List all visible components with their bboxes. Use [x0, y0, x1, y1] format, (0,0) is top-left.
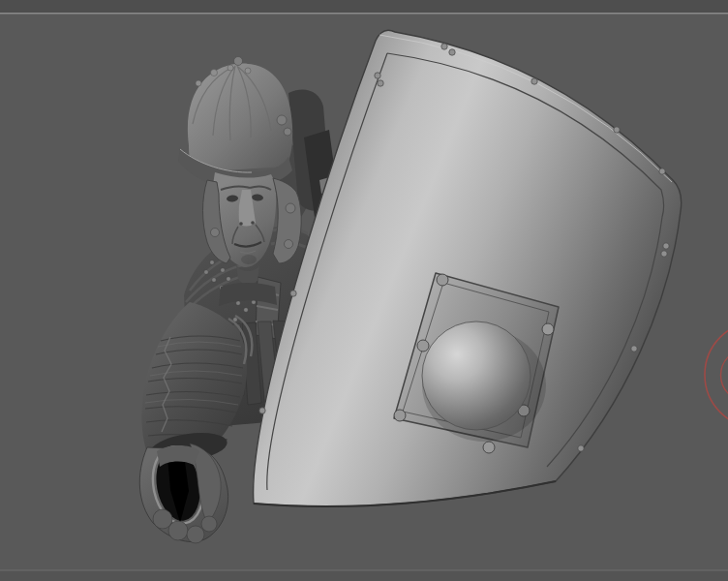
top-bar — [0, 0, 728, 13]
helmet-bump — [196, 80, 201, 86]
strap-stud — [236, 301, 241, 306]
rim-rivet — [578, 445, 584, 451]
strap-stud — [210, 260, 215, 265]
helmet-bump — [245, 68, 251, 74]
rim-rivet — [631, 346, 637, 352]
crest-knob — [234, 57, 243, 66]
cheek-rosette — [211, 229, 220, 237]
rim-rivet — [290, 290, 296, 296]
boss-umbo — [422, 321, 531, 430]
app-window — [0, 0, 728, 581]
cheek-rosette — [285, 240, 293, 249]
cheek-rosette — [286, 203, 295, 213]
plate-rivet — [417, 340, 429, 352]
strap-stud — [221, 268, 226, 273]
rim-rivet — [614, 127, 620, 133]
helmet-bump — [228, 65, 233, 71]
rim-rivet — [663, 243, 669, 249]
helmet-rosette — [277, 115, 287, 125]
helmet-bump — [211, 70, 218, 76]
strap-stud — [227, 277, 231, 282]
plate-rivet — [483, 442, 495, 453]
plate-rivet — [394, 410, 406, 421]
sculpt-viewport[interactable] — [0, 0, 728, 581]
knuckle — [187, 526, 204, 543]
strap-stud — [244, 308, 249, 313]
knuckle — [201, 516, 217, 532]
rim-rivet — [259, 408, 265, 413]
knuckle — [168, 521, 188, 540]
rim-rivet — [659, 168, 665, 174]
bottom-bar — [0, 571, 728, 581]
nostril — [251, 221, 255, 225]
strap-stud — [212, 278, 217, 283]
rim-rivet — [531, 78, 537, 84]
plate-rivet — [542, 323, 554, 335]
rim-rivet — [378, 80, 383, 86]
rim-rivet — [661, 251, 667, 257]
plate-rivet — [437, 274, 448, 286]
rim-rivet — [375, 73, 380, 78]
chin-shadow — [241, 255, 257, 264]
rim-rivet — [441, 44, 447, 49]
helmet-rosette — [284, 128, 291, 136]
nostril — [239, 222, 243, 226]
rim-rivet — [449, 49, 455, 55]
bottom-bar-divider — [0, 570, 728, 571]
strap-stud — [204, 270, 209, 275]
top-bar-divider — [0, 13, 728, 15]
